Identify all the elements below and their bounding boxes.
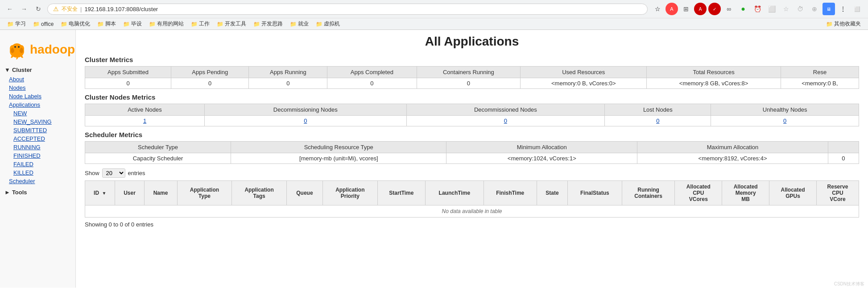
bookmark-bishe[interactable]: 📁 毕设 (120, 19, 145, 29)
sidebar-item-applications[interactable]: Applications (0, 101, 75, 109)
ext-btn11[interactable]: ⊕ (808, 3, 821, 15)
sched-extra-val: 0 (828, 153, 859, 164)
ext-btn8[interactable]: ⬜ (765, 3, 778, 15)
sidebar-item-killed[interactable]: KILLED (0, 168, 75, 177)
max-allocation-val: <memory:8192, vCores:4> (637, 153, 828, 164)
col-state[interactable]: State (537, 181, 567, 205)
total-resources-val: <memory:8 GB, vCores:8> (647, 78, 781, 89)
ext-btn2[interactable]: ⊞ (680, 3, 692, 15)
apps-running-val: 0 (249, 78, 327, 89)
applications-table: ID ▼ User Name ApplicationType Applicati… (85, 180, 859, 218)
ext-btn7[interactable]: ⏰ (751, 3, 764, 15)
col-app-tags[interactable]: ApplicationTags (232, 181, 287, 205)
col-decommissioned-nodes: Decommissioned Nodes (406, 104, 605, 116)
col-alloc-gpus[interactable]: AllocatedGPUs (769, 181, 817, 205)
col-start-time[interactable]: StartTime (377, 181, 426, 205)
folder-icon: 📁 (61, 21, 67, 27)
entries-select[interactable]: 10 20 50 100 (102, 168, 125, 178)
no-data-cell: No data available in table (85, 205, 859, 218)
bookmark-diannao[interactable]: 📁 电脑优化 (58, 19, 93, 29)
bookmark-xuniji[interactable]: 📁 虚拟机 (313, 19, 343, 29)
decommissioning-link[interactable]: 0 (304, 117, 307, 124)
sort-icon-id: ▼ (102, 191, 106, 196)
ext-btn9[interactable]: ☆ (780, 3, 792, 15)
svg-point-7 (14, 46, 16, 48)
sidebar-item-about[interactable]: About (0, 75, 75, 84)
active-nodes-val: 1 (85, 116, 205, 126)
sidebar-tools-section: ► Tools (0, 187, 75, 197)
bookmark-jiuye[interactable]: 📁 就业 (287, 19, 311, 29)
col-reserve-cpu[interactable]: ReserveCPUVCore (816, 181, 859, 205)
bookmark-kaifasilu[interactable]: 📁 开发思路 (251, 19, 285, 29)
col-alloc-memory[interactable]: AllocatedMemoryMB (722, 181, 769, 205)
main-content: All Applications Cluster Metrics Apps Su… (76, 30, 868, 288)
ext-btn12[interactable]: 🖥 (823, 3, 835, 15)
elephant-icon (4, 39, 29, 60)
col-alloc-cpu[interactable]: AllocatedCPUVCores (675, 181, 722, 205)
col-id[interactable]: ID ▼ (85, 181, 115, 205)
sidebar-item-new[interactable]: NEW (0, 109, 75, 117)
folder-icon: 📁 (149, 21, 156, 27)
more-button[interactable]: ⋮ (837, 3, 849, 15)
col-total-resources: Total Resources (647, 67, 781, 78)
col-launch-time[interactable]: LaunchTime (426, 181, 484, 205)
bookmark-jiaoben[interactable]: 📁 脚本 (95, 19, 119, 29)
cluster-section-header[interactable]: ▼ Cluster (0, 65, 75, 75)
col-name[interactable]: Name (144, 181, 177, 205)
sidebar-item-submitted[interactable]: SUBMITTED (0, 126, 75, 134)
col-running-containers[interactable]: RunningContainers (622, 181, 675, 205)
sidebar-item-running[interactable]: RUNNING (0, 143, 75, 151)
sidebar-item-new-saving[interactable]: NEW_SAVING (0, 117, 75, 126)
col-sched-extra (828, 142, 859, 153)
folder-icon: 📁 (253, 21, 260, 27)
col-app-priority[interactable]: ApplicationPriority (322, 181, 377, 205)
decommissioned-link[interactable]: 0 (504, 117, 507, 124)
reload-button[interactable]: ↻ (33, 4, 44, 14)
sidebar-cluster-section: ▼ Cluster About Nodes Node Labels Applic… (0, 65, 75, 185)
bookmark-xuexi[interactable]: 📁 学习 (4, 19, 29, 29)
address-text: 192.168.19.107:8088/cluster (84, 6, 642, 13)
sidebar-item-nodes[interactable]: Nodes (0, 84, 75, 92)
sidebar-item-scheduler[interactable]: Scheduler (0, 177, 75, 185)
ext-btn1[interactable]: A (665, 3, 678, 15)
ext-btn10[interactable]: ⏱ (794, 3, 806, 15)
sidebar-item-accepted[interactable]: ACCEPTED (0, 134, 75, 143)
maximize-button[interactable]: ⬜ (851, 3, 864, 15)
active-nodes-link[interactable]: 1 (143, 117, 146, 124)
folder-icon: 📁 (33, 21, 40, 27)
sidebar-item-node-labels[interactable]: Node Labels (0, 92, 75, 101)
apps-pending-val: 0 (171, 78, 249, 89)
col-app-type[interactable]: ApplicationType (177, 181, 232, 205)
sidebar-item-failed[interactable]: FAILED (0, 160, 75, 168)
tools-label: Tools (12, 189, 27, 196)
col-final-status[interactable]: FinalStatus (567, 181, 622, 205)
ext-btn3[interactable]: A (694, 3, 707, 15)
scheduler-type-val: Capacity Scheduler (85, 153, 231, 164)
decommissioned-nodes-val: 0 (406, 116, 605, 126)
address-bar[interactable]: ⚠ 不安全 | 192.168.19.107:8088/cluster (47, 4, 648, 15)
tools-arrow-icon: ► (4, 189, 10, 196)
ext-btn6[interactable]: ● (737, 3, 749, 15)
sidebar-item-finished[interactable]: FINISHED (0, 151, 75, 160)
forward-button[interactable]: → (19, 4, 29, 14)
col-queue[interactable]: Queue (286, 181, 322, 205)
col-user[interactable]: User (115, 181, 144, 205)
scheduler-metrics-table: Scheduler Type Scheduling Resource Type … (85, 141, 859, 164)
ext-btn4[interactable]: ✓ (708, 3, 721, 15)
back-button[interactable]: ← (4, 4, 15, 14)
tools-section-header[interactable]: ► Tools (0, 187, 75, 197)
ext-btn5[interactable]: ∞ (723, 3, 735, 15)
hadoop-wordmark: hadoop (30, 42, 75, 56)
folder-icon: 📁 (191, 21, 198, 27)
lost-nodes-link[interactable]: 0 (656, 117, 659, 124)
star-btn[interactable]: ☆ (651, 3, 664, 15)
bookmark-other[interactable]: 📁 其他收藏夹 (823, 19, 864, 29)
unhealthy-nodes-link[interactable]: 0 (783, 117, 786, 124)
bookmark-kaifagongju[interactable]: 📁 开发工具 (214, 19, 249, 29)
col-finish-time[interactable]: FinishTime (484, 181, 537, 205)
col-used-resources: Used Resources (521, 67, 647, 78)
bookmark-youyong[interactable]: 📁 有用的网站 (146, 19, 186, 29)
bookmark-gongzuo[interactable]: 📁 工作 (188, 19, 212, 29)
showing-text: Showing 0 to 0 of 0 entries (85, 221, 859, 228)
bookmark-office[interactable]: 📁 office (30, 20, 56, 28)
